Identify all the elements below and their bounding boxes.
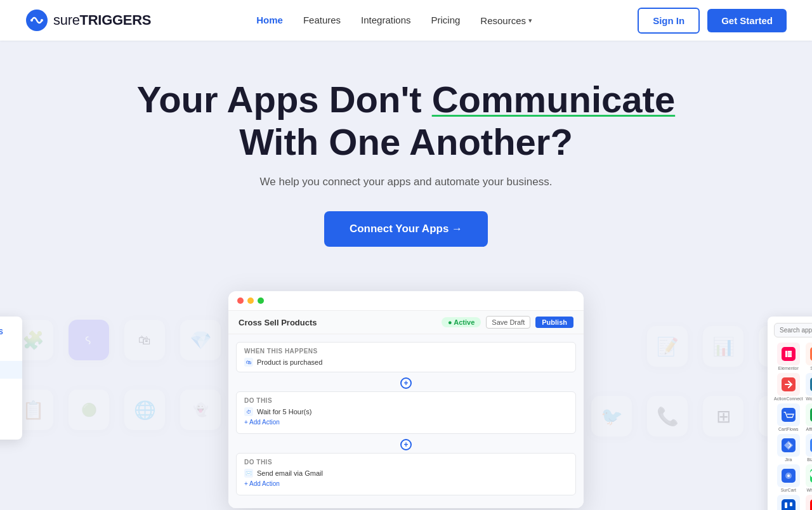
- nav-links: Home Features Integrations Pricing Resou…: [256, 15, 532, 26]
- action2-card: Do this ✉️ Send email via Gmail + Add Ac…: [236, 453, 576, 495]
- nav-item-integrations[interactable]: Integrations: [361, 15, 410, 26]
- cta-button[interactable]: Connect Your Apps →: [324, 211, 488, 247]
- connector-circle2: +: [400, 439, 412, 450]
- nav-item-home[interactable]: Home: [256, 15, 283, 26]
- svg-rect-43: [782, 499, 796, 510]
- svg-rect-13: [810, 377, 812, 391]
- svg-rect-28: [810, 438, 812, 452]
- app-icon-trello: [777, 495, 800, 510]
- hero-title: Your Apps Don't Communicate With One Ano…: [13, 79, 799, 163]
- app-icon-affiliatewp: A: [806, 403, 812, 426]
- app-icon-cartflows: [777, 403, 800, 426]
- dot-green: [258, 298, 264, 304]
- connector1: +: [236, 377, 576, 389]
- logo-text: sureTRIGGERS: [53, 12, 151, 29]
- nav-actions: Sign In Get Started: [638, 8, 787, 34]
- signin-button[interactable]: Sign In: [638, 8, 700, 34]
- dot-red: [237, 298, 244, 304]
- app-youtube: YouTube: [806, 495, 812, 510]
- app-icon-bizlocate: [806, 434, 812, 457]
- status-area: ● Active Save Draft Publish: [442, 316, 573, 329]
- mockup-page-title: Cross Sell Products: [239, 318, 317, 327]
- app-icon-sprout: [806, 343, 812, 365]
- action1-item: ⏱ Wait for 5 Hour(s): [244, 407, 568, 416]
- logo[interactable]: sureTRIGGERS: [25, 9, 151, 32]
- app-actionconnect: ActionConnect: [774, 373, 803, 401]
- app-icon-youtube: [806, 495, 812, 510]
- publish-button[interactable]: Publish: [535, 317, 573, 328]
- left-sidebar-panel: sureTRIGGERS ⊞ Dashboard ⚙ Automations ☰…: [0, 317, 22, 440]
- app-icon-actionconnect: [777, 373, 800, 396]
- chevron-down-icon: ▾: [528, 16, 532, 25]
- add-action1-button[interactable]: + Add Action: [244, 416, 568, 428]
- hero-subtitle: We help you connect your apps and automa…: [13, 176, 799, 188]
- sidebar-panel-dashboard[interactable]: ⊞ Dashboard: [0, 343, 22, 361]
- app-icon-wordpress: [806, 373, 812, 396]
- svg-point-1: [30, 19, 33, 22]
- trigger-card: When this happens 🛍 Product is purchased: [236, 342, 576, 372]
- sidebar-panel-apps[interactable]: ⊞ Apps: [0, 396, 22, 414]
- sidebar-panel-automations[interactable]: ⚙ Automations: [0, 361, 22, 379]
- app-icon-whatsapp: [806, 464, 812, 487]
- app-icon-jira: [777, 434, 800, 457]
- connector2: +: [236, 439, 576, 450]
- app-surecart: SurCart: [774, 464, 803, 492]
- when-label: When this happens: [244, 348, 568, 355]
- action2-item: ✉️ Send email via Gmail: [244, 469, 568, 478]
- logo-icon: [25, 9, 48, 32]
- hero-title-part1: Your Apps Don't: [137, 79, 432, 120]
- hero-title-part2: With One Another?: [239, 121, 573, 162]
- app-icon-elementor: [777, 343, 800, 365]
- svg-rect-45: [790, 502, 792, 506]
- mockup-area: sureTRIGGERS ⊞ Dashboard ⚙ Automations ☰…: [0, 291, 812, 508]
- flow-canvas: When this happens 🛍 Product is purchased…: [228, 334, 584, 508]
- topbar: Cross Sell Products ● Active Save Draft …: [228, 311, 584, 334]
- app-sprout: Sprout: [806, 343, 812, 370]
- nav-item-pricing[interactable]: Pricing: [431, 15, 460, 26]
- add-action2-button[interactable]: + Add Action: [244, 478, 568, 490]
- trigger-icon: 🛍: [244, 358, 253, 367]
- svg-rect-6: [810, 347, 812, 361]
- app-whatsapp: WhatsApp: [806, 464, 812, 492]
- app-jira: Jira: [774, 434, 803, 462]
- action2-icon: ✉️: [244, 469, 253, 478]
- dot-yellow: [247, 298, 254, 304]
- hero-title-highlight: Communicate: [432, 79, 676, 120]
- save-draft-button[interactable]: Save Draft: [486, 316, 530, 329]
- status-badge: ● Active: [442, 317, 481, 327]
- trigger-item: 🛍 Product is purchased: [244, 358, 568, 367]
- app-icon-surecart: [777, 464, 800, 487]
- sidebar-panel-history[interactable]: ☰ History: [0, 379, 22, 396]
- nav-item-features[interactable]: Features: [303, 15, 341, 26]
- navbar: sureTRIGGERS Home Features Integrations …: [0, 0, 812, 41]
- action1-card: Do this ⏱ Wait for 5 Hour(s) + Add Actio…: [236, 391, 576, 434]
- app-bizlocate: BizLocate: [806, 434, 812, 462]
- nav-item-resources[interactable]: Resources ▾: [480, 15, 532, 26]
- svg-rect-20: [810, 408, 812, 422]
- app-affiliatewp: A AffiliateWP: [806, 403, 812, 431]
- app-cartflows: CartFlows: [774, 403, 803, 431]
- svg-point-35: [787, 474, 790, 477]
- apps-search-input[interactable]: [774, 323, 812, 337]
- sidebar-panel-logo: sureTRIGGERS: [0, 324, 22, 343]
- app-elementor: Elementor: [774, 343, 803, 370]
- action1-icon: ⏱: [244, 407, 253, 416]
- app-trello: Trello: [774, 495, 803, 510]
- sidebar-panel-settings[interactable]: ⚙ Settings: [0, 414, 22, 432]
- getstarted-button[interactable]: Get Started: [707, 9, 787, 32]
- hero-section: Your Apps Don't Communicate With One Ano…: [0, 41, 812, 272]
- svg-rect-44: [785, 502, 787, 508]
- titlebar: [228, 291, 584, 311]
- main-mockup: Cross Sell Products ● Active Save Draft …: [228, 291, 584, 508]
- connector-circle1: +: [400, 377, 412, 389]
- do-this-label1: Do this: [244, 397, 568, 404]
- mockup-body: When this happens 🛍 Product is purchased…: [228, 334, 584, 508]
- app-wordpress: WordPress: [806, 373, 812, 401]
- apps-grid: Elementor Sprout SureMembers W: [774, 343, 812, 510]
- apps-panel: Elementor Sprout SureMembers W: [768, 317, 812, 510]
- svg-rect-46: [810, 499, 812, 510]
- do-this-label2: Do this: [244, 459, 568, 466]
- svg-point-2: [41, 19, 43, 22]
